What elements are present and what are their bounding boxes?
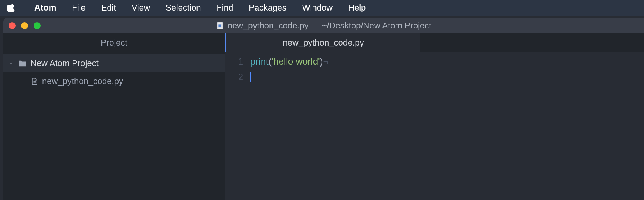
folder-icon	[18, 60, 27, 67]
menu-help[interactable]: Help	[340, 0, 373, 16]
file-tree: New Atom Project new_python_code.py	[3, 52, 225, 90]
window-title: new_python_code.py — ~/Desktop/New Atom …	[228, 21, 432, 31]
macos-menubar: Atom File Edit View Selection Find Packa…	[0, 0, 644, 16]
sidebar-header: Project	[3, 33, 225, 52]
text-cursor	[250, 72, 251, 82]
file-icon	[216, 21, 224, 30]
line-number: 2	[225, 69, 243, 85]
tab-label: new_python_code.py	[283, 38, 364, 48]
tab-bar: new_python_code.py	[225, 33, 644, 52]
token-punct: )	[320, 56, 323, 67]
menu-edit[interactable]: Edit	[94, 0, 124, 16]
menu-file[interactable]: File	[64, 0, 93, 16]
menu-window[interactable]: Window	[294, 0, 340, 16]
menu-selection[interactable]: Selection	[158, 0, 209, 16]
tree-file-label: new_python_code.py	[42, 76, 123, 86]
editor-body[interactable]: 1 2 print('hello world')¬	[225, 52, 644, 200]
menu-find[interactable]: Find	[209, 0, 241, 16]
editor-tab[interactable]: new_python_code.py	[225, 33, 420, 52]
line-number: 1	[225, 54, 243, 69]
window-close-button[interactable]	[9, 22, 16, 29]
apple-logo-icon[interactable]	[7, 3, 27, 13]
tree-file-item[interactable]: new_python_code.py	[3, 72, 225, 90]
editor-area: new_python_code.py 1 2 print('hello worl…	[225, 33, 644, 200]
token-builtin: print	[250, 56, 269, 67]
window-titlebar: new_python_code.py — ~/Desktop/New Atom …	[3, 18, 644, 33]
svg-rect-0	[217, 23, 222, 29]
chevron-down-icon	[9, 61, 14, 66]
eol-marker-icon: ¬	[323, 56, 329, 67]
svg-rect-1	[218, 24, 221, 27]
token-string: 'hello world'	[272, 56, 320, 67]
tree-root-label: New Atom Project	[30, 58, 99, 68]
traffic-lights	[3, 22, 41, 29]
line-number-gutter: 1 2	[225, 54, 250, 200]
menu-app-name[interactable]: Atom	[27, 0, 64, 16]
window-minimize-button[interactable]	[21, 22, 28, 29]
menu-packages[interactable]: Packages	[241, 0, 294, 16]
window-maximize-button[interactable]	[34, 22, 41, 29]
token-punct: (	[269, 56, 272, 67]
file-icon	[30, 77, 38, 86]
code-line: print('hello world')¬	[250, 54, 644, 69]
menu-view[interactable]: View	[124, 0, 158, 16]
code-line	[250, 69, 644, 85]
code-content[interactable]: print('hello world')¬	[250, 54, 644, 200]
tree-root-folder[interactable]: New Atom Project	[3, 54, 225, 72]
project-sidebar: Project New Atom Project new_python_code…	[3, 33, 225, 200]
